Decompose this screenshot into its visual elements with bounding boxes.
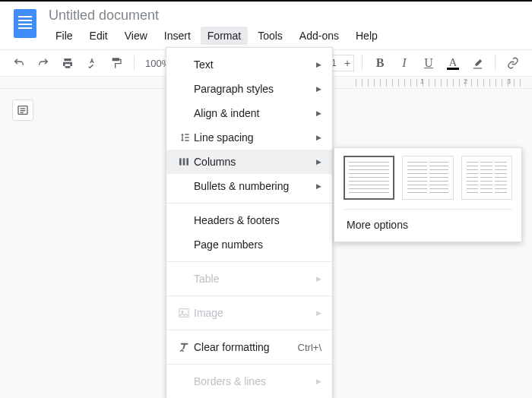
svg-rect-5 <box>183 158 185 165</box>
menu-item-label: Paragraph styles <box>194 83 316 95</box>
menu-separator <box>166 330 332 330</box>
menu-add-ons[interactable]: Add-ons <box>293 27 346 45</box>
header: Untitled document FileEditViewInsertForm… <box>0 2 532 49</box>
format-menu-line-spacing[interactable]: Line spacing▶ <box>166 125 332 150</box>
underline-button[interactable]: U <box>419 53 439 73</box>
toolbar-separator <box>495 55 496 71</box>
svg-point-8 <box>182 311 183 313</box>
columns-option-2[interactable] <box>402 156 453 200</box>
chevron-right-icon: ▶ <box>316 309 321 317</box>
format-menu-borders-lines: Borders & lines▶ <box>166 369 332 393</box>
menu-item-label: Table <box>194 273 316 285</box>
menu-item-label: Borders & lines <box>194 375 316 387</box>
svg-rect-6 <box>186 158 188 165</box>
chevron-right-icon: ▶ <box>316 85 321 93</box>
format-menu-clear-formatting[interactable]: Clear formattingCtrl+\ <box>166 335 332 359</box>
format-menu-text[interactable]: Text▶ <box>166 52 332 77</box>
toolbar-separator <box>134 55 135 71</box>
menu-format[interactable]: Format <box>201 27 248 45</box>
format-menu-bullets-numbering[interactable]: Bullets & numbering▶ <box>166 174 332 198</box>
text-color-button[interactable]: A <box>443 53 463 73</box>
menu-item-label: Bullets & numbering <box>194 180 316 192</box>
menu-item-label: Align & indent <box>194 107 316 119</box>
columns-icon <box>174 156 194 168</box>
columns-option-1[interactable] <box>344 156 394 200</box>
highlight-color-button[interactable] <box>467 53 487 73</box>
menu-item-shortcut: Ctrl+\ <box>298 342 321 353</box>
ruler-number: 2 <box>464 77 467 85</box>
column-preview-lines <box>407 162 426 194</box>
format-menu-columns[interactable]: Columns▶ <box>166 150 332 174</box>
insert-link-button[interactable] <box>503 53 523 73</box>
menu-separator <box>166 261 332 262</box>
menu-item-label: Clear formatting <box>194 341 298 353</box>
italic-button[interactable]: I <box>394 53 414 73</box>
column-preview-lines <box>480 162 492 194</box>
format-menu-dropdown: Text▶Paragraph styles▶Align & indent▶Lin… <box>166 47 333 398</box>
bold-button[interactable]: B <box>370 53 390 73</box>
menu-tools[interactable]: Tools <box>251 27 290 45</box>
format-menu-paragraph-styles[interactable]: Paragraph styles▶ <box>166 77 332 101</box>
menu-separator <box>166 364 332 365</box>
chevron-right-icon: ▶ <box>316 182 321 190</box>
columns-more-options[interactable]: More options <box>340 210 515 234</box>
toolbar-separator <box>362 55 363 71</box>
column-preview-lines <box>467 162 479 194</box>
columns-submenu: More options <box>334 147 522 242</box>
title-area: Untitled document FileEditViewInsertForm… <box>49 6 524 49</box>
column-preview-lines <box>349 162 389 194</box>
menu-separator <box>166 203 332 204</box>
column-preview-lines <box>495 162 507 194</box>
columns-option-3[interactable] <box>461 156 512 200</box>
font-size-increase[interactable]: + <box>340 55 353 71</box>
ruler-number: 3 <box>507 77 511 85</box>
column-preview-lines <box>429 162 448 194</box>
menu-help[interactable]: Help <box>349 27 385 45</box>
document-title[interactable]: Untitled document <box>49 6 524 27</box>
docs-logo-icon[interactable] <box>14 9 36 38</box>
menu-item-label: Text <box>194 58 316 71</box>
chevron-right-icon: ▶ <box>316 61 321 68</box>
menu-item-label: Image <box>194 307 316 319</box>
line-spacing-icon <box>174 131 194 144</box>
chevron-right-icon: ▶ <box>316 377 321 385</box>
chevron-right-icon: ▶ <box>316 158 321 166</box>
menu-item-label: Columns <box>194 156 316 168</box>
format-menu-align-indent[interactable]: Align & indent▶ <box>166 101 332 125</box>
paint-format-button[interactable] <box>106 53 126 73</box>
spellcheck-button[interactable] <box>82 53 102 73</box>
chevron-right-icon: ▶ <box>316 109 321 117</box>
format-menu-table: Table▶ <box>166 267 332 291</box>
format-menu-page-numbers[interactable]: Page numbers <box>166 232 332 257</box>
undo-button[interactable] <box>9 53 29 73</box>
menu-view[interactable]: View <box>118 27 154 45</box>
ruler-number: 1 <box>420 77 424 85</box>
image-icon <box>174 307 194 319</box>
format-menu-image: Image▶ <box>166 301 332 325</box>
menu-insert[interactable]: Insert <box>157 27 198 45</box>
format-menu-headers-footers[interactable]: Headers & footers <box>166 208 332 232</box>
menubar: FileEditViewInsertFormatToolsAdd-onsHelp <box>49 27 524 49</box>
menu-item-label: Line spacing <box>194 131 316 144</box>
chevron-right-icon: ▶ <box>316 134 321 141</box>
document-outline-button[interactable] <box>12 100 33 121</box>
print-button[interactable] <box>58 53 78 73</box>
menu-file[interactable]: File <box>49 27 80 45</box>
menu-item-label: Headers & footers <box>194 214 321 226</box>
menu-separator <box>166 295 332 296</box>
menu-item-label: Page numbers <box>194 238 321 251</box>
redo-button[interactable] <box>33 53 53 73</box>
chevron-right-icon: ▶ <box>316 275 321 283</box>
svg-rect-4 <box>179 158 182 165</box>
clear-format-icon <box>174 341 194 353</box>
menu-edit[interactable]: Edit <box>83 27 115 45</box>
